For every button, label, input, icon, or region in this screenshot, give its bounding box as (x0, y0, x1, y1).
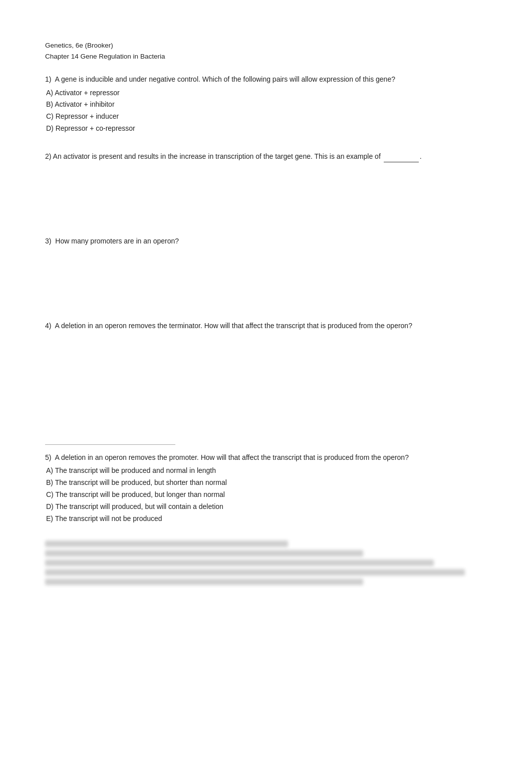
choice-a-label: A) (46, 89, 53, 97)
question-2-body-before: An activator is present and results in t… (53, 152, 381, 160)
blurred-line-3 (45, 560, 434, 566)
question-5-body: A deletion in an operon removes the prom… (55, 453, 409, 461)
question-2-number: 2) (45, 152, 51, 160)
section-divider (45, 444, 175, 445)
question-1-choice-d: D) Repressor + co-repressor (46, 123, 487, 135)
question-5-choice-c: C) The transcript will be produced, but … (46, 489, 487, 501)
choice-5c-text: The transcript will be produced, but lon… (55, 490, 225, 498)
question-3-space (45, 249, 487, 304)
question-5-choice-a: A) The transcript will be produced and n… (46, 465, 487, 477)
question-1-body: A gene is inducible and under negative c… (55, 75, 395, 83)
question-3-text: 3) How many promoters are in an operon? (45, 235, 487, 246)
question-5-choice-d: D) The transcript will produced, but wil… (46, 501, 487, 513)
question-3-number: 3) (45, 237, 51, 245)
header-line-1: Genetics, 6e (Brooker) (45, 40, 487, 51)
question-1-choice-b: B) Activator + inhibitor (46, 99, 487, 111)
question-1: 1) A gene is inducible and under negativ… (45, 74, 487, 135)
blurred-line-2 (45, 550, 363, 557)
choice-c-label: C) (46, 112, 54, 120)
question-2-body-after: . (420, 152, 422, 160)
question-4-number: 4) (45, 322, 51, 330)
choice-d-text: Repressor + co-repressor (56, 124, 135, 132)
question-5: 5) A deletion in an operon removes the p… (45, 452, 487, 525)
question-4-space (45, 333, 487, 388)
choice-b-label: B) (46, 100, 53, 108)
choice-d-label: D) (46, 124, 54, 132)
choice-5b-text: The transcript will be produced, but sho… (55, 478, 227, 486)
choice-b-text: Activator + inhibitor (55, 100, 114, 108)
blurred-line-5 (45, 579, 363, 585)
choice-a-text: Activator + repressor (55, 89, 120, 97)
choice-c-text: Repressor + inducer (56, 112, 119, 120)
question-2-space (45, 164, 487, 219)
choice-5d-label: D) (46, 502, 54, 510)
page: Genetics, 6e (Brooker) Chapter 14 Gene R… (0, 0, 532, 782)
question-5-number: 5) (45, 453, 51, 461)
question-1-number: 1) (45, 75, 51, 83)
question-4: 4) A deletion in an operon removes the t… (45, 320, 487, 428)
question-1-choice-c: C) Repressor + inducer (46, 111, 487, 123)
question-1-choice-a: A) Activator + repressor (46, 87, 487, 99)
choice-5a-label: A) (46, 466, 53, 474)
blurred-line-1 (45, 541, 288, 547)
choice-5b-label: B) (46, 478, 53, 486)
header-line-2: Chapter 14 Gene Regulation in Bacteria (45, 51, 487, 62)
question-5-text: 5) A deletion in an operon removes the p… (45, 452, 487, 463)
blurred-line-4 (45, 569, 465, 576)
question-3-body: How many promoters are in an operon? (55, 237, 179, 245)
choice-5e-label: E) (46, 514, 53, 523)
question-1-text: 1) A gene is inducible and under negativ… (45, 74, 487, 85)
choice-5a-text: The transcript will be produced and norm… (55, 466, 216, 474)
blurred-question-section (45, 541, 487, 585)
question-2: 2) An activator is present and results i… (45, 151, 487, 219)
question-3: 3) How many promoters are in an operon? (45, 235, 487, 304)
question-4-extra-space (45, 388, 487, 428)
question-2-blank (384, 151, 419, 162)
question-4-text: 4) A deletion in an operon removes the t… (45, 320, 487, 331)
choice-5d-text: The transcript will produced, but will c… (55, 502, 223, 510)
page-header: Genetics, 6e (Brooker) Chapter 14 Gene R… (45, 40, 487, 62)
question-2-text: 2) An activator is present and results i… (45, 151, 487, 162)
choice-5c-label: C) (46, 490, 54, 498)
question-5-choice-e: E) The transcript will not be produced (46, 513, 487, 525)
choice-5e-text: The transcript will not be produced (55, 514, 162, 523)
question-4-body: A deletion in an operon removes the term… (55, 322, 412, 330)
question-5-choice-b: B) The transcript will be produced, but … (46, 477, 487, 489)
